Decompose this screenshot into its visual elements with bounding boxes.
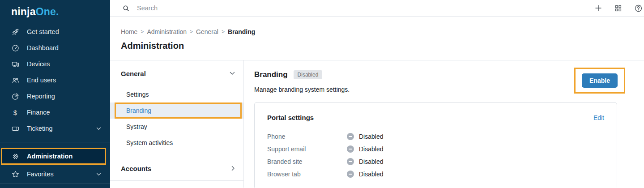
enable-button[interactable]: Enable <box>582 73 618 88</box>
minus-circle-icon <box>347 133 354 140</box>
help-icon[interactable] <box>635 4 642 12</box>
breadcrumb-home[interactable]: Home <box>121 28 137 35</box>
sidebar-item-administration[interactable]: Administration <box>1 148 106 165</box>
gear-icon <box>11 153 19 160</box>
right-column: Home > Administration > General > Brandi… <box>110 0 644 188</box>
sidebar-item-finance[interactable]: $ Finance <box>0 104 110 120</box>
breadcrumb-separator: > <box>190 29 193 35</box>
sidebar-item-reporting[interactable]: Reporting <box>0 88 110 104</box>
main-sidebar: ninjaOne. Get started Dashboard Devices … <box>0 0 110 188</box>
setting-row-support-email: Support email Disabled <box>267 143 604 155</box>
sidebar-item-dashboard[interactable]: Dashboard <box>0 40 110 56</box>
branding-description: Manage branding system settings. <box>254 86 617 93</box>
breadcrumb-separator: > <box>141 29 144 35</box>
page-title: Administration <box>121 41 644 51</box>
status-badge: Disabled <box>294 70 323 79</box>
dollar-icon: $ <box>11 109 19 116</box>
sidebar-item-label: Devices <box>27 60 101 68</box>
breadcrumb-administration[interactable]: Administration <box>147 28 187 35</box>
sidebar-item-label: Favorites <box>27 171 96 178</box>
card-title: Portal settings <box>267 114 314 121</box>
subnav-item-settings[interactable]: Settings <box>110 86 243 103</box>
sidebar-divider <box>0 184 110 184</box>
ninjaone-logo: ninjaOne. <box>0 0 110 18</box>
card-header: Portal settings Edit <box>267 114 604 121</box>
subnav-section-label: Accounts <box>121 165 151 172</box>
minus-circle-icon <box>347 158 354 165</box>
subnav-section-accounts[interactable]: Accounts <box>110 156 243 181</box>
page-header: Home > Administration > General > Brandi… <box>110 17 644 60</box>
subnav-section-label: General <box>121 70 146 77</box>
topbar-icons <box>595 4 638 12</box>
chevron-down-icon <box>230 72 235 75</box>
branding-heading: Branding <box>254 70 288 79</box>
sidebar-nav: Get started Dashboard Devices End users … <box>0 24 110 184</box>
subnav-item-label: System activities <box>126 139 173 146</box>
search-icon <box>123 5 129 12</box>
pie-chart-icon <box>11 93 19 100</box>
setting-label: Branded site <box>267 158 347 165</box>
app-grid-icon[interactable] <box>615 5 622 12</box>
minus-circle-icon <box>347 145 354 153</box>
setting-value-text: Disabled <box>359 133 383 140</box>
highlight-annotation: Enable <box>574 68 625 94</box>
gauge-icon <box>11 44 19 52</box>
setting-value-text: Disabled <box>359 145 383 153</box>
star-icon <box>11 171 19 178</box>
subnav-item-label: Systray <box>126 123 147 130</box>
sidebar-item-ticketing[interactable]: Ticketing <box>0 120 110 137</box>
plus-icon[interactable] <box>595 4 602 12</box>
rocket-icon <box>11 28 19 36</box>
sidebar-item-favorites[interactable]: Favorites <box>0 166 110 182</box>
ticket-icon <box>11 125 19 132</box>
setting-value-text: Disabled <box>359 158 383 165</box>
setting-label: Support email <box>267 145 347 153</box>
settings-subnav: General Settings Branding Systray System… <box>110 60 244 188</box>
devices-icon <box>11 60 19 68</box>
branding-header: Branding Disabled <box>254 70 617 79</box>
setting-label: Phone <box>267 133 347 140</box>
subnav-item-branding[interactable]: Branding <box>110 103 243 119</box>
breadcrumb-separator: > <box>222 29 225 35</box>
sidebar-item-label: Reporting <box>27 93 101 100</box>
subnav-section-general[interactable]: General <box>110 60 243 86</box>
setting-value: Disabled <box>347 171 383 178</box>
subnav-item-label: Settings <box>126 91 149 98</box>
setting-row-branded-site: Branded site Disabled <box>267 155 604 168</box>
sidebar-item-get-started[interactable]: Get started <box>0 24 110 40</box>
edit-link[interactable]: Edit <box>593 114 604 121</box>
chevron-down-icon <box>96 127 101 130</box>
minus-circle-icon <box>347 171 354 178</box>
search-input[interactable] <box>137 4 595 12</box>
subnav-item-system-activities[interactable]: System activities <box>110 135 243 151</box>
sidebar-item-label: Ticketing <box>27 125 96 132</box>
setting-value: Disabled <box>347 145 383 153</box>
breadcrumb-general[interactable]: General <box>196 28 218 35</box>
branding-panel: Branding Disabled Enable Manage branding… <box>244 60 644 188</box>
setting-value-text: Disabled <box>359 171 383 178</box>
sidebar-item-label: Dashboard <box>27 44 101 51</box>
sidebar-item-label: Finance <box>27 109 101 116</box>
portal-settings-card: Portal settings Edit Phone Disabled <box>254 102 617 188</box>
breadcrumb: Home > Administration > General > Brandi… <box>121 28 644 35</box>
chevron-down-icon <box>96 173 101 176</box>
sidebar-item-label: Get started <box>27 28 101 35</box>
sidebar-item-devices[interactable]: Devices <box>0 56 110 72</box>
breadcrumb-current: Branding <box>228 28 255 35</box>
global-search[interactable] <box>123 4 595 12</box>
setting-label: Browser tab <box>267 171 347 178</box>
content-area: General Settings Branding Systray System… <box>110 60 644 188</box>
portal-settings-rows: Phone Disabled Support email <box>267 130 604 180</box>
setting-row-browser-tab: Browser tab Disabled <box>267 168 604 180</box>
topbar <box>110 0 644 17</box>
chevron-right-icon <box>231 166 235 171</box>
setting-value: Disabled <box>347 133 383 140</box>
setting-value: Disabled <box>347 158 383 165</box>
subnav-item-label: Branding <box>126 107 151 114</box>
sidebar-item-end-users[interactable]: End users <box>0 72 110 88</box>
sidebar-divider <box>0 142 110 142</box>
subnav-item-systray[interactable]: Systray <box>110 119 243 135</box>
sidebar-item-label: Administration <box>27 153 97 160</box>
users-icon <box>11 77 19 84</box>
setting-row-phone: Phone Disabled <box>267 130 604 143</box>
